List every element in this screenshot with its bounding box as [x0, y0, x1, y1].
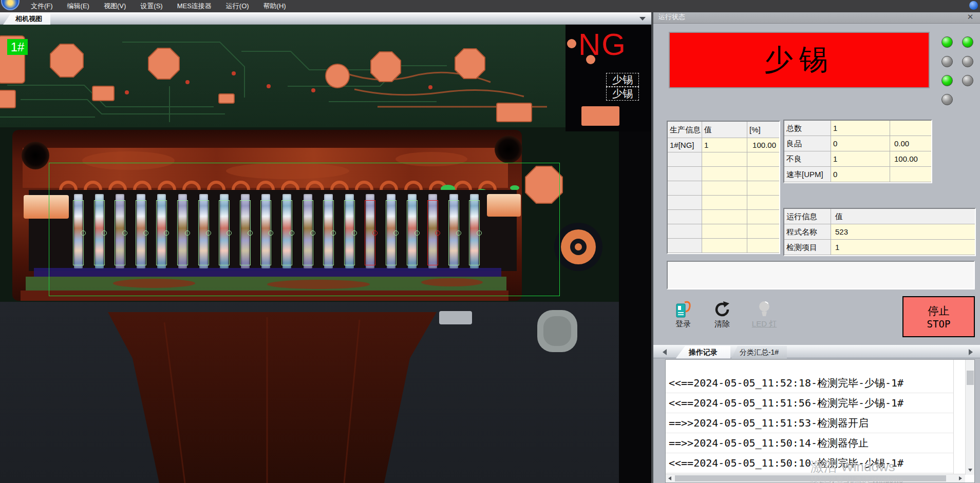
table-header-cell: 生产信息	[668, 122, 702, 138]
vertical-scrollbar[interactable]	[965, 360, 974, 475]
id-badge-icon	[674, 300, 692, 319]
table-cell	[668, 152, 702, 167]
table-cell: 总数	[784, 121, 831, 136]
table-cell	[702, 224, 747, 239]
table-cell: 检测项目	[784, 240, 831, 255]
led-button-label: LED 灯	[752, 319, 777, 328]
table-cell	[668, 239, 702, 253]
table-cell: 0	[831, 167, 890, 182]
table-cell: 523	[831, 224, 975, 240]
indicator-light-off	[941, 56, 953, 67]
table-cell: 不良	[784, 151, 831, 167]
table-header-cell: 运行信息	[784, 209, 831, 224]
scroll-left-icon[interactable]	[666, 474, 674, 482]
table-cell: 100.00	[890, 151, 931, 167]
table-cell: 0	[831, 136, 890, 151]
indicator-light-off	[962, 75, 973, 86]
windows-activation-watermark: 激活 Windows	[811, 458, 895, 476]
chevron-down-icon[interactable]	[639, 17, 646, 21]
table-cell	[747, 181, 779, 196]
table-cell	[747, 224, 779, 239]
tab-operation-log[interactable]: 操作记录	[676, 346, 730, 358]
table-cell	[747, 196, 779, 210]
table-row	[668, 224, 779, 239]
scroll-up-icon[interactable]	[966, 360, 975, 369]
indicator-light-on	[941, 75, 953, 86]
log-entry: ==>>2024-05-05_11:50:14-检测器停止	[666, 433, 953, 453]
indicator-light-off	[962, 56, 973, 67]
table-header-row: 生产信息 值 [%]	[668, 122, 779, 138]
log-entry: <<==2024-05-05_11:52:18-检测完毕-少锡-1#	[666, 373, 953, 393]
menu-item-run[interactable]: 运行(O)	[219, 0, 256, 12]
table-cell	[668, 167, 702, 181]
scrollbar-thumb[interactable]	[967, 371, 974, 385]
indicator-light-off	[941, 94, 953, 105]
message-box	[667, 261, 975, 289]
run-status-panel: 运行状态 ✕ 少锡 生产信息 值 [%] 1#[NG] 1 100.00	[653, 10, 980, 483]
indicator-light-on	[941, 36, 953, 48]
table-row: 总数 1	[784, 121, 931, 136]
table-cell	[702, 196, 747, 210]
table-row	[668, 196, 779, 210]
tab-prev-icon[interactable]	[663, 349, 667, 355]
stats-table: 总数 1 良品 0 0.00 不良 1 100.00 速率[UPM] 0	[783, 120, 932, 183]
stop-button[interactable]: 停止 STOP	[902, 296, 975, 337]
log-rows: <<==2024-05-05_11:52:18-检测完毕-少锡-1# <<==2…	[666, 373, 953, 473]
clear-button[interactable]: 清除	[706, 300, 739, 329]
table-row: 不良 1 100.00	[784, 151, 931, 167]
defect-label: 少锡	[606, 73, 639, 87]
menu-item-file[interactable]: 文件(F)	[24, 0, 60, 12]
close-icon[interactable]: ✕	[966, 12, 975, 22]
station-badge: 1#	[7, 39, 28, 55]
clear-button-label: 清除	[714, 319, 730, 328]
table-cell	[668, 196, 702, 210]
table-row: 良品 0 0.00	[784, 136, 931, 151]
table-row: 程式名称 523	[784, 224, 975, 240]
scroll-down-icon[interactable]	[966, 466, 975, 475]
menu-item-edit[interactable]: 编辑(E)	[60, 0, 97, 12]
table-cell	[702, 152, 747, 167]
menu-item-settings[interactable]: 设置(S)	[133, 0, 169, 12]
table-header-cell: 值	[702, 122, 747, 138]
tab-classification-summary[interactable]: 分类汇总-1#	[731, 346, 787, 358]
table-row	[668, 239, 779, 253]
log-tab-strip: 操作记录 分类汇总-1#	[653, 345, 980, 358]
table-cell: 1	[831, 240, 975, 255]
table-cell: 程式名称	[784, 224, 831, 240]
table-row: 速率[UPM] 0	[784, 167, 931, 182]
login-button[interactable]: 登录	[667, 300, 700, 329]
led-light-button[interactable]: LED 灯	[745, 300, 784, 329]
table-cell: 速率[UPM]	[784, 167, 831, 182]
panel-divider	[651, 10, 653, 483]
table-cell	[747, 152, 779, 167]
app-logo-icon	[1, 0, 20, 10]
inspection-roi-rect	[49, 163, 560, 296]
table-cell	[702, 181, 747, 196]
table-cell	[668, 181, 702, 196]
menu-item-mes-connector[interactable]: MES连接器	[170, 0, 219, 12]
log-secondary-column	[953, 360, 964, 475]
production-table-body	[668, 152, 779, 253]
table-cell	[668, 224, 702, 239]
defect-banner: 少锡	[669, 32, 930, 88]
table-cell: 1	[831, 151, 890, 167]
stop-button-label-en: STOP	[927, 318, 951, 330]
tab-next-icon[interactable]	[969, 349, 973, 355]
camera-viewport: 1# NG 少锡 少锡	[0, 25, 652, 483]
window-corner-icon	[969, 1, 978, 10]
menu-item-view[interactable]: 视图(V)	[97, 0, 133, 12]
login-button-label: 登录	[675, 319, 691, 328]
camera-tab-strip: 相机视图	[0, 12, 652, 25]
table-cell: 1#[NG]	[668, 138, 702, 152]
circular-arrow-icon	[713, 300, 731, 319]
table-cell: 1	[831, 121, 890, 136]
table-row	[668, 152, 779, 167]
tab-camera-view[interactable]: 相机视图	[3, 13, 50, 25]
result-text: NG	[578, 27, 627, 62]
table-cell	[747, 210, 779, 224]
menu-item-help[interactable]: 帮助(H)	[256, 0, 293, 12]
table-cell: 100.00	[747, 138, 779, 152]
table-cell	[702, 239, 747, 253]
scroll-right-icon[interactable]	[956, 474, 965, 482]
table-cell	[668, 210, 702, 224]
